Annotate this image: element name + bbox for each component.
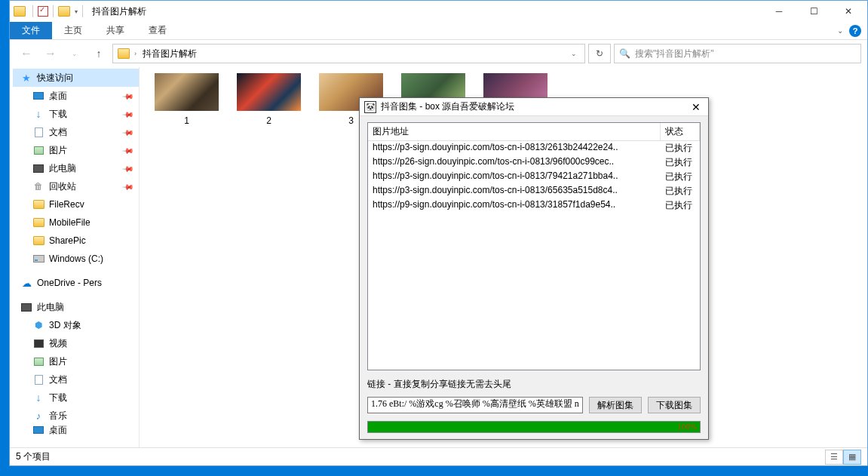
titlebar: ▾ 抖音图片解析 ─ ☐ ✕ [10,1,867,22]
sidebar-item-this-pc[interactable]: 此电脑📌 [13,159,139,177]
tab-share[interactable]: 共享 [94,22,136,39]
folder-icon [32,235,44,246]
sidebar-item-this-pc[interactable]: 此电脑 [13,298,139,316]
sidebar-item-pictures[interactable]: 图片📌 [13,141,139,159]
sidebar-item-documents[interactable]: 文档📌 [13,123,139,141]
download-icon: ↓ [32,392,44,403]
search-icon: 🔍 [619,48,630,59]
ribbon: 文件 主页 共享 查看 ⌄ ? [10,22,867,40]
tab-file[interactable]: 文件 [10,22,52,39]
app-icon: 🐼 [364,101,376,113]
desktop-icon [32,91,44,101]
table-row[interactable]: https://p26-sign.douyinpic.com/tos-cn-i-… [368,155,700,170]
url-table[interactable]: 图片地址 状态 https://p3-sign.douyinpic.com/to… [367,122,701,370]
parse-button[interactable]: 解析图集 [589,397,642,413]
search-placeholder: 搜索"抖音图片解析" [635,48,714,60]
file-item[interactable]: 2 [237,73,301,126]
sidebar-item-videos[interactable]: 视频 [13,334,139,352]
column-status[interactable]: 状态 [661,123,700,140]
table-row[interactable]: https://p3-sign.douyinpic.com/tos-cn-i-0… [368,141,700,155]
details-view-button[interactable]: ☰ [825,450,843,465]
download-icon: ↓ [32,109,44,119]
table-rows: https://p3-sign.douyinpic.com/tos-cn-i-0… [368,141,700,213]
window-title: 抖音图片解析 [92,5,146,18]
sidebar-item-mobilefile[interactable]: MobileFile [13,213,139,232]
forward-button[interactable]: → [40,44,61,63]
refresh-button[interactable]: ↻ [588,44,611,63]
cloud-icon: ☁ [20,278,32,288]
file-name: 2 [266,115,271,126]
cell-url: https://p3-sign.douyinpic.com/tos-cn-i-0… [368,184,661,198]
link-label: 链接 - 直接复制分享链接无需去头尾 [367,378,701,391]
pin-icon: 📌 [122,90,134,102]
pc-icon [32,163,44,174]
pc-icon [20,302,32,312]
address-dropdown-icon[interactable]: ⌄ [565,50,583,57]
dialog-titlebar[interactable]: 🐼 抖音图集 - box 源自吾爱破解论坛 ✕ [360,98,708,116]
properties-icon[interactable] [38,6,48,17]
progress-text: 100% [677,422,697,431]
recent-dropdown-icon[interactable]: ⌄ [64,44,85,63]
sidebar-item-quick-access[interactable]: ★快速访问 [13,69,139,87]
cell-url: https://p9-sign.douyinpic.com/tos-cn-i-0… [368,198,661,213]
back-button[interactable]: ← [16,44,37,63]
sidebar[interactable]: ★快速访问 桌面📌 ↓下载📌 文档📌 图片📌 此电脑📌 🗑回收站📌 FileRe… [10,67,140,447]
cube-icon: ⬢ [32,320,44,330]
folder-icon [118,48,130,59]
chevron-right-icon[interactable]: › [133,50,138,57]
thumbnail-image [155,73,219,111]
minimize-button[interactable]: ─ [762,1,796,22]
maximize-button[interactable]: ☐ [796,1,831,22]
folder-icon [14,6,26,17]
close-button[interactable]: ✕ [831,1,866,22]
up-button[interactable]: ↑ [88,44,109,63]
thumbnail-image [237,73,301,111]
sidebar-item-pictures[interactable]: 图片 [13,352,139,370]
music-icon: ♪ [32,410,44,421]
close-button[interactable]: ✕ [689,101,704,113]
breadcrumb[interactable]: 抖音图片解析 [138,45,201,63]
dialog-window: 🐼 抖音图集 - box 源自吾爱破解论坛 ✕ 图片地址 状态 https://… [359,97,709,440]
qat-dropdown-icon[interactable]: ▾ [75,8,78,15]
tab-home[interactable]: 主页 [52,22,94,39]
sidebar-item-downloads[interactable]: ↓下载📌 [13,105,139,123]
file-name: 3 [348,115,354,126]
table-header: 图片地址 状态 [368,123,700,141]
pin-icon: 📌 [122,180,134,192]
link-input[interactable]: 1.76 eBt:/ %游戏cg %召唤师 %高清壁纸 %英雄联盟 n [367,397,583,413]
desktop-icon [32,425,44,435]
table-row[interactable]: https://p9-sign.douyinpic.com/tos-cn-i-0… [368,198,700,213]
sidebar-item-music[interactable]: ♪音乐 [13,407,139,425]
sidebar-item-onedrive[interactable]: ☁OneDrive - Pers [13,274,139,292]
sidebar-item-cdrive[interactable]: Windows (C:) [13,250,139,268]
sidebar-item-filerecv[interactable]: FileRecv [13,195,139,213]
address-row: ← → ⌄ ↑ › 抖音图片解析 ⌄ ↻ 🔍 搜索"抖音图片解析" [10,40,867,67]
dialog-title: 抖音图集 - box 源自吾爱破解论坛 [381,100,514,113]
file-item[interactable]: 1 [155,73,219,126]
help-icon[interactable]: ? [849,25,861,37]
column-url[interactable]: 图片地址 [368,123,661,140]
tab-view[interactable]: 查看 [136,22,179,39]
status-bar: 5 个项目 ☰ ▦ [10,447,867,465]
separator [53,5,54,17]
cell-status: 已执行 [661,170,700,184]
separator [82,5,83,17]
thumbnails-view-button[interactable]: ▦ [843,450,861,465]
download-button[interactable]: 下载图集 [648,397,701,413]
address-bar[interactable]: › 抖音图片解析 ⌄ [112,44,585,63]
pin-icon: 📌 [122,126,134,138]
ribbon-expand-icon[interactable]: ⌄ [837,26,843,35]
table-row[interactable]: https://p3-sign.douyinpic.com/tos-cn-i-0… [368,184,700,198]
sidebar-item-desktop[interactable]: 桌面 [13,425,139,435]
sidebar-item-3d-objects[interactable]: ⬢3D 对象 [13,316,139,334]
sidebar-item-sharepic[interactable]: SharePic [13,232,139,250]
star-icon: ★ [20,72,32,83]
search-input[interactable]: 🔍 搜索"抖音图片解析" [614,44,861,63]
sidebar-item-desktop[interactable]: 桌面📌 [13,87,139,105]
cell-status: 已执行 [661,155,700,170]
sidebar-item-recycle-bin[interactable]: 🗑回收站📌 [13,177,139,195]
recycle-icon: 🗑 [32,181,44,192]
sidebar-item-downloads[interactable]: ↓下载 [13,388,139,407]
sidebar-item-documents[interactable]: 文档 [13,370,139,388]
table-row[interactable]: https://p3-sign.douyinpic.com/tos-cn-i-0… [368,170,700,184]
